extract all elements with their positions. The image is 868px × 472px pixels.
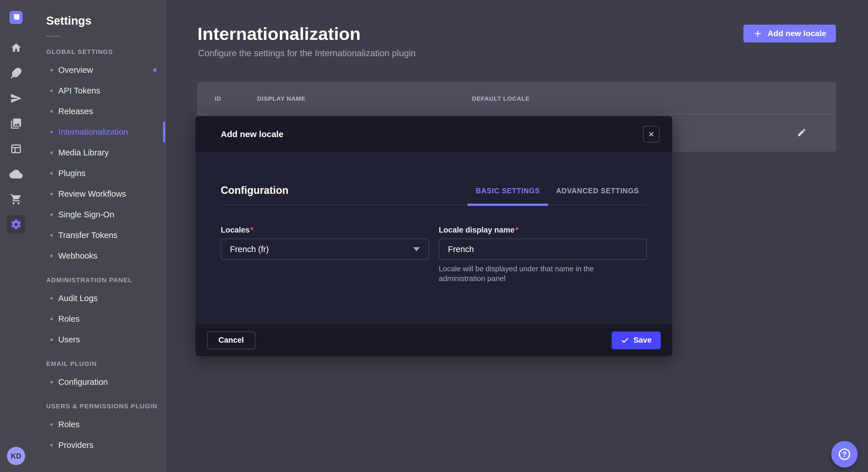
bullet-icon xyxy=(50,255,53,257)
settings-sidebar: Settings GLOBAL SETTINGS Overview API To… xyxy=(32,0,165,472)
sidebar-item-audit-logs[interactable]: Audit Logs xyxy=(32,288,165,308)
settings-active-tile xyxy=(7,215,26,234)
save-button-label: Save xyxy=(633,336,652,345)
sidebar-settings-button[interactable] xyxy=(0,212,32,237)
modal-body: Configuration BASIC SETTINGS ADVANCED SE… xyxy=(195,152,672,324)
bullet-icon xyxy=(50,172,53,175)
bullet-icon xyxy=(50,338,53,341)
cart-icon xyxy=(10,193,22,205)
sidebar-item-providers[interactable]: Providers xyxy=(32,435,165,456)
gear-icon xyxy=(10,218,22,231)
sidebar-deploy-button[interactable] xyxy=(0,86,32,111)
bullet-icon xyxy=(50,110,53,113)
paper-plane-icon xyxy=(10,92,22,104)
sidebar-content-builder-button[interactable] xyxy=(0,61,32,86)
help-button[interactable]: ? xyxy=(831,441,858,467)
column-header-default-locale: DEFAULT LOCALE xyxy=(472,95,530,102)
add-new-locale-label: Add new locale xyxy=(768,29,826,38)
sidebar-item-transfer-tokens[interactable]: Transfer Tokens xyxy=(32,225,165,245)
modal-footer: Cancel Save xyxy=(195,324,672,356)
modal-title: Add new locale xyxy=(221,129,283,139)
locales-select[interactable]: French (fr) xyxy=(221,239,429,260)
sidebar-title: Settings xyxy=(32,0,165,27)
sidebar-marketplace-button[interactable] xyxy=(0,187,32,212)
section-label-users-permissions-plugin: USERS & PERMISSIONS PLUGIN xyxy=(32,403,165,410)
sidebar-item-releases[interactable]: Releases xyxy=(32,101,165,122)
modal-header: Add new locale xyxy=(195,116,672,152)
bullet-icon xyxy=(50,423,53,426)
notification-dot xyxy=(153,68,157,72)
modal-close-button[interactable] xyxy=(643,126,660,142)
sidebar-home-button[interactable] xyxy=(0,35,32,61)
tab-advanced-settings[interactable]: ADVANCED SETTINGS xyxy=(548,187,647,206)
configuration-title: Configuration xyxy=(221,184,288,204)
sidebar-cloud-button[interactable] xyxy=(0,162,32,187)
required-asterisk: * xyxy=(516,226,519,234)
sidebar-item-plugins[interactable]: Plugins xyxy=(32,163,165,183)
sidebar-item-up-roles[interactable]: Roles xyxy=(32,414,165,435)
locales-label: Locales* xyxy=(221,226,429,235)
tab-basic-settings[interactable]: BASIC SETTINGS xyxy=(468,187,548,206)
sidebar-item-api-tokens[interactable]: API Tokens xyxy=(32,80,165,101)
sidebar-item-admin-roles[interactable]: Roles xyxy=(32,308,165,329)
pencil-icon xyxy=(797,128,807,137)
sidebar-item-email-configuration[interactable]: Configuration xyxy=(32,372,165,392)
display-name-helper-text: Locale will be displayed under that name… xyxy=(439,264,640,283)
avatar-initials: KD xyxy=(11,452,21,460)
chevron-down-icon xyxy=(413,247,420,251)
strapi-logo[interactable] xyxy=(9,11,23,24)
rail-bottom: KD xyxy=(0,440,32,472)
question-mark-icon: ? xyxy=(839,448,850,460)
add-new-locale-modal: Add new locale Configuration BASIC SETTI… xyxy=(195,116,672,356)
cancel-button[interactable]: Cancel xyxy=(207,332,255,349)
display-name-field: Locale display name* Locale will be disp… xyxy=(439,226,647,283)
bullet-icon xyxy=(50,318,53,320)
column-header-id: ID xyxy=(215,95,221,102)
sidebar-item-single-sign-on[interactable]: Single Sign-On xyxy=(32,204,165,225)
save-button[interactable]: Save xyxy=(612,332,661,349)
cloud-icon xyxy=(9,167,23,181)
section-label-administration-panel: ADMINISTRATION PANEL xyxy=(32,276,165,284)
layout-icon xyxy=(10,143,22,155)
feather-icon xyxy=(10,67,22,79)
sidebar-media-library-button[interactable] xyxy=(0,111,32,136)
close-icon xyxy=(648,131,655,138)
home-icon xyxy=(10,42,22,54)
bullet-icon xyxy=(50,69,53,71)
sidebar-content-manager-button[interactable] xyxy=(0,136,32,162)
column-header-display-name: DISPLAY NAME xyxy=(257,95,305,102)
users-permissions-list: Roles Providers xyxy=(32,414,165,456)
sidebar-item-media-library[interactable]: Media Library xyxy=(32,142,165,163)
sidebar-item-overview[interactable]: Overview xyxy=(32,60,165,80)
bullet-icon xyxy=(50,193,53,195)
add-new-locale-button[interactable]: Add new locale xyxy=(743,25,836,42)
bullet-icon xyxy=(50,381,53,383)
modal-fields-row: Locales* French (fr) Locale display name… xyxy=(221,226,647,283)
locales-select-value: French (fr) xyxy=(230,245,269,254)
administration-panel-list: Audit Logs Roles Users xyxy=(32,288,165,350)
bullet-icon xyxy=(50,444,53,446)
bullet-icon xyxy=(50,234,53,237)
page-title: Internationalization xyxy=(197,24,361,44)
locales-field: Locales* French (fr) xyxy=(221,226,429,283)
sidebar-title-divider xyxy=(46,36,60,37)
edit-locale-button[interactable] xyxy=(795,126,808,139)
user-avatar[interactable]: KD xyxy=(7,447,25,465)
sidebar-item-webhooks[interactable]: Webhooks xyxy=(32,245,165,266)
plus-icon xyxy=(753,29,763,38)
configuration-header-row: Configuration BASIC SETTINGS ADVANCED SE… xyxy=(221,152,647,205)
strapi-settings-screen: KD Settings GLOBAL SETTINGS Overview API… xyxy=(0,0,868,472)
section-label-global-settings: GLOBAL SETTINGS xyxy=(32,48,165,56)
page-subtitle: Configure the settings for the Internati… xyxy=(198,48,415,59)
display-name-label: Locale display name* xyxy=(439,226,647,235)
sidebar-item-internationalization[interactable]: Internationalization xyxy=(32,122,165,142)
check-icon xyxy=(621,336,629,344)
sidebar-item-users[interactable]: Users xyxy=(32,329,165,350)
bullet-icon xyxy=(50,131,53,133)
display-name-input[interactable] xyxy=(439,239,647,260)
sidebar-item-review-workflows[interactable]: Review Workflows xyxy=(32,183,165,204)
email-plugin-list: Configuration xyxy=(32,372,165,392)
bullet-icon xyxy=(50,297,53,300)
images-icon xyxy=(10,117,22,130)
settings-tabs: BASIC SETTINGS ADVANCED SETTINGS xyxy=(468,187,647,204)
